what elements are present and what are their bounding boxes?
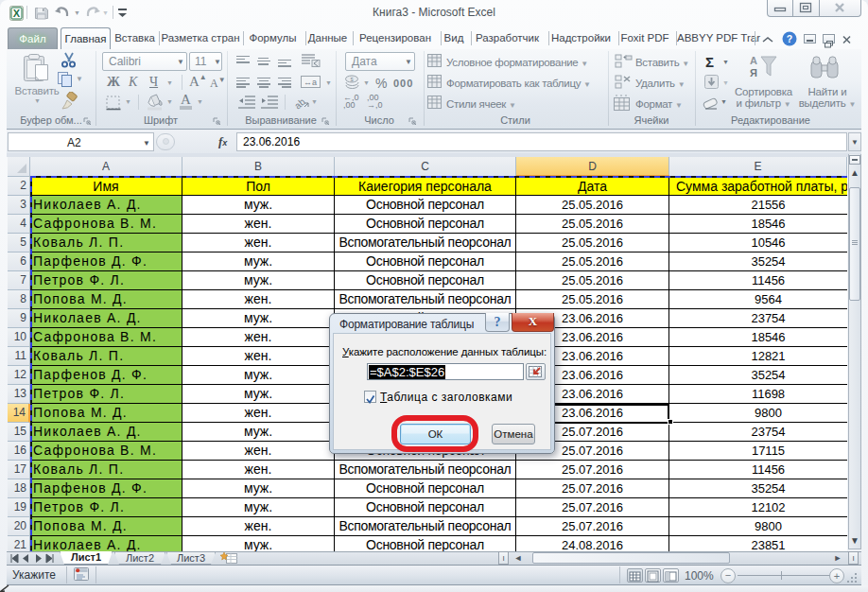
svg-text:?: ? [787,33,792,44]
svg-text:Я: Я [750,67,757,78]
svg-text:↔a: ↔a [304,78,317,87]
svg-text:А: А [750,55,757,66]
svg-text:X: X [13,8,21,19]
